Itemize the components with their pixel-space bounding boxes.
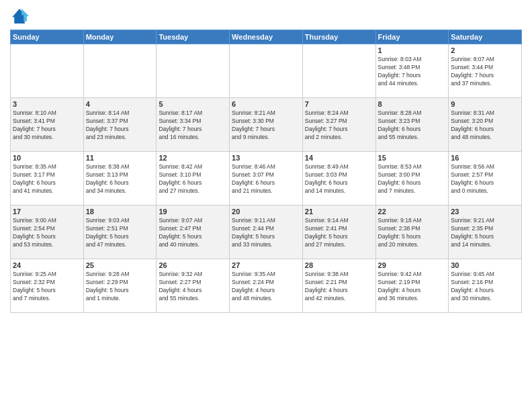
day-cell [11,44,84,98]
day-cell: 7Sunrise: 8:24 AM Sunset: 3:27 PM Daylig… [302,98,375,152]
day-number: 13 [232,154,300,162]
day-cell: 25Sunrise: 9:28 AM Sunset: 2:29 PM Dayli… [83,259,157,313]
day-info: Sunrise: 8:24 AM Sunset: 3:27 PM Dayligh… [305,109,373,142]
day-number: 25 [86,261,154,269]
day-cell: 22Sunrise: 9:18 AM Sunset: 2:38 PM Dayli… [375,205,449,259]
day-number: 4 [86,100,154,108]
day-info: Sunrise: 9:03 AM Sunset: 2:51 PM Dayligh… [86,217,154,249]
day-number: 26 [159,261,227,269]
week-row-1: 1Sunrise: 8:03 AM Sunset: 3:48 PM Daylig… [11,44,522,98]
header [10,7,522,26]
day-cell: 13Sunrise: 8:46 AM Sunset: 3:07 PM Dayli… [230,152,303,205]
week-row-3: 10Sunrise: 8:35 AM Sunset: 3:17 PM Dayli… [11,152,522,205]
day-cell: 9Sunrise: 8:31 AM Sunset: 3:20 PM Daylig… [449,98,522,152]
day-info: Sunrise: 9:18 AM Sunset: 2:38 PM Dayligh… [378,217,447,249]
day-cell [302,44,375,98]
day-cell: 4Sunrise: 8:14 AM Sunset: 3:37 PM Daylig… [83,98,157,152]
day-info: Sunrise: 8:35 AM Sunset: 3:17 PM Dayligh… [13,163,81,195]
day-info: Sunrise: 9:45 AM Sunset: 2:16 PM Dayligh… [451,271,519,303]
day-cell: 5Sunrise: 8:17 AM Sunset: 3:34 PM Daylig… [157,98,230,152]
day-info: Sunrise: 9:14 AM Sunset: 2:41 PM Dayligh… [305,217,373,249]
day-info: Sunrise: 9:28 AM Sunset: 2:29 PM Dayligh… [86,271,154,303]
day-number: 21 [305,208,373,216]
day-info: Sunrise: 8:31 AM Sunset: 3:20 PM Dayligh… [451,109,519,142]
day-info: Sunrise: 8:42 AM Sunset: 3:10 PM Dayligh… [159,163,227,195]
day-number: 7 [305,100,373,108]
day-cell: 30Sunrise: 9:45 AM Sunset: 2:16 PM Dayli… [449,259,522,313]
day-number: 29 [378,261,447,269]
day-cell: 1Sunrise: 8:03 AM Sunset: 3:48 PM Daylig… [375,44,449,98]
day-info: Sunrise: 8:46 AM Sunset: 3:07 PM Dayligh… [232,163,300,195]
day-cell [83,44,157,98]
day-info: Sunrise: 8:53 AM Sunset: 3:00 PM Dayligh… [378,163,447,195]
day-info: Sunrise: 8:03 AM Sunset: 3:48 PM Dayligh… [378,56,447,88]
day-info: Sunrise: 8:10 AM Sunset: 3:41 PM Dayligh… [13,109,81,142]
week-row-4: 17Sunrise: 9:00 AM Sunset: 2:54 PM Dayli… [11,205,522,259]
day-info: Sunrise: 9:25 AM Sunset: 2:32 PM Dayligh… [13,271,81,303]
logo-icon [10,7,29,26]
day-cell: 16Sunrise: 8:56 AM Sunset: 2:57 PM Dayli… [449,152,522,205]
day-info: Sunrise: 8:49 AM Sunset: 3:03 PM Dayligh… [305,163,373,195]
col-header-tuesday: Tuesday [157,30,230,44]
day-info: Sunrise: 9:32 AM Sunset: 2:27 PM Dayligh… [159,271,227,303]
day-info: Sunrise: 8:14 AM Sunset: 3:37 PM Dayligh… [86,109,154,142]
col-header-sunday: Sunday [11,30,84,44]
day-cell: 21Sunrise: 9:14 AM Sunset: 2:41 PM Dayli… [302,205,375,259]
day-number: 28 [305,261,373,269]
day-info: Sunrise: 8:21 AM Sunset: 3:30 PM Dayligh… [232,109,300,142]
day-cell: 28Sunrise: 9:38 AM Sunset: 2:21 PM Dayli… [302,259,375,313]
day-cell: 27Sunrise: 9:35 AM Sunset: 2:24 PM Dayli… [230,259,303,313]
day-cell: 23Sunrise: 9:21 AM Sunset: 2:35 PM Dayli… [449,205,522,259]
day-info: Sunrise: 9:07 AM Sunset: 2:47 PM Dayligh… [159,217,227,249]
day-number: 6 [232,100,300,108]
day-info: Sunrise: 8:17 AM Sunset: 3:34 PM Dayligh… [159,109,227,142]
page: SundayMondayTuesdayWednesdayThursdayFrid… [0,0,532,411]
day-info: Sunrise: 8:38 AM Sunset: 3:13 PM Dayligh… [86,163,154,195]
day-number: 27 [232,261,300,269]
col-header-thursday: Thursday [302,30,375,44]
col-header-wednesday: Wednesday [230,30,303,44]
day-info: Sunrise: 8:07 AM Sunset: 3:44 PM Dayligh… [451,56,519,88]
day-number: 23 [451,208,519,216]
logo [10,7,32,26]
day-cell [230,44,303,98]
day-cell: 3Sunrise: 8:10 AM Sunset: 3:41 PM Daylig… [11,98,84,152]
day-number: 5 [159,100,227,108]
day-number: 9 [451,100,519,108]
day-cell [157,44,230,98]
day-number: 12 [159,154,227,162]
day-cell: 10Sunrise: 8:35 AM Sunset: 3:17 PM Dayli… [11,152,84,205]
day-info: Sunrise: 8:28 AM Sunset: 3:23 PM Dayligh… [378,109,447,142]
day-info: Sunrise: 9:35 AM Sunset: 2:24 PM Dayligh… [232,271,300,303]
day-info: Sunrise: 9:42 AM Sunset: 2:19 PM Dayligh… [378,271,447,303]
day-cell: 20Sunrise: 9:11 AM Sunset: 2:44 PM Dayli… [230,205,303,259]
day-cell: 29Sunrise: 9:42 AM Sunset: 2:19 PM Dayli… [375,259,449,313]
day-number: 19 [159,208,227,216]
calendar-header-row: SundayMondayTuesdayWednesdayThursdayFrid… [11,30,522,44]
day-cell: 14Sunrise: 8:49 AM Sunset: 3:03 PM Dayli… [302,152,375,205]
week-row-2: 3Sunrise: 8:10 AM Sunset: 3:41 PM Daylig… [11,98,522,152]
day-number: 2 [451,46,519,54]
calendar-table: SundayMondayTuesdayWednesdayThursdayFrid… [10,30,522,313]
day-number: 18 [86,208,154,216]
day-cell: 19Sunrise: 9:07 AM Sunset: 2:47 PM Dayli… [157,205,230,259]
day-cell: 8Sunrise: 8:28 AM Sunset: 3:23 PM Daylig… [375,98,449,152]
day-cell: 17Sunrise: 9:00 AM Sunset: 2:54 PM Dayli… [11,205,84,259]
day-cell: 15Sunrise: 8:53 AM Sunset: 3:00 PM Dayli… [375,152,449,205]
day-number: 8 [378,100,447,108]
day-cell: 24Sunrise: 9:25 AM Sunset: 2:32 PM Dayli… [11,259,84,313]
day-cell: 18Sunrise: 9:03 AM Sunset: 2:51 PM Dayli… [83,205,157,259]
day-info: Sunrise: 9:00 AM Sunset: 2:54 PM Dayligh… [13,217,81,249]
day-cell: 11Sunrise: 8:38 AM Sunset: 3:13 PM Dayli… [83,152,157,205]
day-info: Sunrise: 9:38 AM Sunset: 2:21 PM Dayligh… [305,271,373,303]
day-info: Sunrise: 8:56 AM Sunset: 2:57 PM Dayligh… [451,163,519,195]
day-number: 24 [13,261,81,269]
day-info: Sunrise: 9:21 AM Sunset: 2:35 PM Dayligh… [451,217,519,249]
col-header-monday: Monday [83,30,157,44]
day-number: 10 [13,154,81,162]
col-header-saturday: Saturday [449,30,522,44]
day-number: 30 [451,261,519,269]
day-number: 1 [378,46,447,54]
day-cell: 12Sunrise: 8:42 AM Sunset: 3:10 PM Dayli… [157,152,230,205]
col-header-friday: Friday [375,30,449,44]
